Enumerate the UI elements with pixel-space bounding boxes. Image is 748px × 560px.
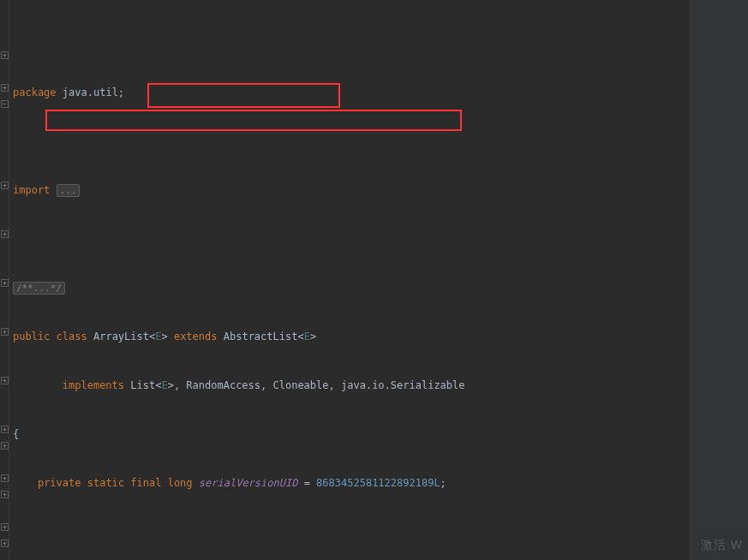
fold-icon[interactable]: + bbox=[1, 328, 9, 336]
fold-icon[interactable]: + bbox=[1, 539, 9, 547]
fold-region[interactable]: ... bbox=[57, 184, 81, 197]
class-decl: public class ArrayList<E> extends Abstra… bbox=[13, 329, 690, 345]
code-area[interactable]: package java.util; import ... /**...*/ p… bbox=[9, 0, 690, 560]
scrollbar-map[interactable] bbox=[690, 0, 748, 560]
fold-region[interactable]: /**...*/ bbox=[13, 282, 65, 295]
fold-icon[interactable]: + bbox=[1, 84, 9, 92]
editor-container: + + − + + + + + + + + + + + package java… bbox=[0, 0, 748, 560]
fold-icon[interactable]: + bbox=[1, 51, 9, 59]
fold-icon[interactable]: − bbox=[1, 100, 9, 108]
fold-icon[interactable]: + bbox=[1, 523, 9, 531]
watermark: 激活 W bbox=[701, 538, 743, 553]
implements-line: implements List<E>, RandomAccess, Clonea… bbox=[13, 378, 690, 394]
fold-icon[interactable]: + bbox=[1, 230, 9, 238]
package-line: package java.util; bbox=[13, 85, 690, 101]
fold-icon[interactable]: + bbox=[1, 377, 9, 384]
highlight-box bbox=[45, 110, 462, 131]
fold-icon[interactable]: + bbox=[1, 426, 9, 433]
gutter: + + − + + + + + + + + + + + bbox=[0, 0, 9, 560]
doc-fold: /**...*/ bbox=[13, 280, 690, 296]
import-line: import ... bbox=[13, 182, 690, 199]
fold-icon[interactable]: + bbox=[1, 442, 9, 450]
fold-icon[interactable]: + bbox=[1, 474, 9, 482]
fold-icon[interactable]: + bbox=[1, 182, 9, 189]
fold-icon[interactable]: + bbox=[1, 279, 9, 287]
fold-icon[interactable]: + bbox=[1, 491, 9, 498]
field-serial: private static final long serialVersionU… bbox=[13, 475, 690, 491]
